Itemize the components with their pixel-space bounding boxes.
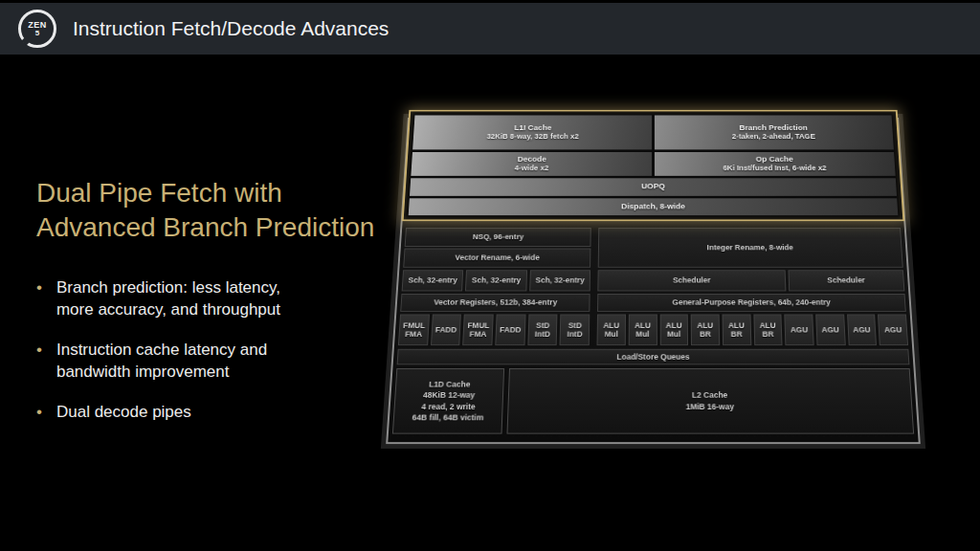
agu-unit: AGU (847, 315, 878, 346)
fadd-unit: FADD (495, 315, 525, 346)
fetch-row-2: Decode 4-wide x2 Op Cache 6Ki Inst/fused… (411, 152, 895, 176)
vector-scheduler-block: Sch, 32-entry (402, 270, 464, 291)
decode-block: Decode 4-wide x2 (411, 152, 652, 176)
bullet-item: Dual decode pipes (36, 402, 280, 424)
logo-text-5: 5 (35, 30, 39, 37)
l1i-cache-sub: 32KiB 8-way, 32B fetch x2 (486, 132, 578, 141)
integer-scheduler-block: Scheduler (597, 270, 786, 291)
zen5-logo-icon: ZEN 5 (18, 10, 56, 48)
alu-br-unit: ALU BR (753, 315, 783, 346)
diagram-perspective: L1I Cache 32KiB 8-way, 32B fetch x2 Bran… (382, 110, 924, 447)
l1i-cache-block: L1I Cache 32KiB 8-way, 32B fetch x2 (412, 116, 652, 150)
execution-section: NSQ, 96-entry Vector Rename, 6-wide Sch,… (398, 228, 908, 345)
fmul-fma-unit: FMUL FMA (398, 315, 430, 346)
decode-title: Decode (518, 155, 546, 164)
agu-unit: AGU (878, 315, 908, 346)
uopq-block: UOPQ (410, 178, 897, 195)
page-title: Instruction Fetch/Decode Advances (73, 17, 389, 40)
bullet-item: Instruction cache latency and bandwidth … (36, 340, 280, 383)
vector-units-row: FMUL FMA FADD FMUL FMA FADD StD IntD StD… (398, 315, 590, 346)
dispatch-block: Dispatch, 8-wide (409, 198, 899, 215)
header-bar: ZEN 5 Instruction Fetch/Decode Advances (0, 3, 980, 55)
vector-column: NSQ, 96-entry Vector Rename, 6-wide Sch,… (398, 228, 591, 345)
load-store-queues-block: Load/Store Queues (397, 349, 910, 365)
fetch-row-1: L1I Cache 32KiB 8-way, 32B fetch x2 Bran… (412, 116, 894, 150)
branch-prediction-block: Branch Prediction 2-taken, 2-ahead, TAGE (655, 116, 894, 150)
bullet-item: Branch prediction: less latency, more ac… (36, 277, 280, 320)
slide-title: Dual Pipe Fetch with Advanced Branch Pre… (36, 176, 374, 245)
l1i-cache-title: L1I Cache (514, 123, 551, 132)
alu-mul-unit: ALU Mul (597, 315, 626, 346)
bullet-list: Branch prediction: less latency, more ac… (36, 277, 280, 443)
nsq-block: NSQ, 96-entry (405, 228, 591, 247)
alu-br-unit: ALU BR (722, 315, 750, 346)
integer-units-row: ALU Mul ALU Mul ALU Mul ALU BR ALU BR AL… (597, 315, 908, 346)
vector-scheduler-row: Sch, 32-entry Sch, 32-entry Sch, 32-entr… (402, 270, 591, 291)
bullet-text: Instruction cache latency and bandwidth … (56, 340, 267, 383)
vector-rename-block: Vector Rename, 6-wide (403, 249, 590, 268)
l1d-cache-block: L1D Cache 48KiB 12-way 4 read, 2 write 6… (392, 368, 504, 434)
branch-prediction-title: Branch Prediction (739, 123, 808, 132)
core-architecture-diagram: L1I Cache 32KiB 8-way, 32B fetch x2 Bran… (382, 64, 924, 447)
integer-rename-block: Integer Rename, 8-wide (598, 228, 903, 268)
bullet-text: Branch prediction: less latency, more ac… (56, 277, 280, 320)
op-cache-sub: 6Ki Inst/fused Inst, 6-wide x2 (723, 164, 826, 172)
bullet-text: Dual decode pipes (56, 402, 191, 424)
agu-unit: AGU (785, 315, 814, 346)
dispatch-label: Dispatch, 8-wide (621, 202, 685, 210)
integer-column: Integer Rename, 8-wide Scheduler Schedul… (597, 228, 908, 345)
cache-row: L1D Cache 48KiB 12-way 4 read, 2 write 6… (392, 368, 914, 434)
decode-sub: 4-wide x2 (515, 164, 549, 172)
op-cache-block: Op Cache 6Ki Inst/fused Inst, 6-wide x2 (655, 152, 896, 176)
l2-cache-block: L2 Cache 1MiB 16-way (506, 368, 914, 434)
std-intd-unit: StD IntD (560, 315, 590, 346)
alu-mul-unit: ALU Mul (659, 315, 688, 346)
fetch-decode-highlight-section: L1I Cache 32KiB 8-way, 32B fetch x2 Bran… (402, 110, 905, 221)
vector-registers-block: Vector Registers, 512b, 384-entry (400, 294, 590, 312)
branch-prediction-sub: 2-taken, 2-ahead, TAGE (732, 132, 815, 141)
integer-scheduler-row: Scheduler Scheduler (597, 270, 904, 291)
uopq-label: UOPQ (641, 183, 665, 191)
agu-unit: AGU (815, 315, 845, 346)
alu-br-unit: ALU BR (691, 315, 720, 346)
alu-mul-unit: ALU Mul (628, 315, 657, 346)
vector-scheduler-block: Sch, 32-entry (529, 270, 590, 291)
fmul-fma-unit: FMUL FMA (463, 315, 494, 346)
op-cache-title: Op Cache (756, 155, 793, 164)
vector-scheduler-block: Sch, 32-entry (465, 270, 527, 291)
integer-scheduler-block: Scheduler (788, 270, 904, 291)
gp-registers-block: General-Purpose Registers, 64b, 240-entr… (597, 294, 906, 312)
fadd-unit: FADD (431, 315, 462, 346)
std-intd-unit: StD IntD (527, 315, 558, 346)
